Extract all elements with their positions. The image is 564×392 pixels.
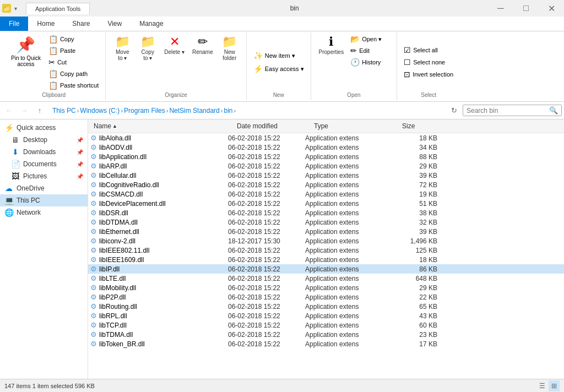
tab-manage[interactable]: Manage (131, 17, 172, 31)
table-row[interactable]: ⚙libRPL.dll 06-02-2018 15:22 Application… (88, 311, 564, 320)
table-row[interactable]: ⚙libMobility.dll 06-02-2018 15:22 Applic… (88, 283, 564, 292)
dll-icon: ⚙ (90, 255, 97, 264)
table-row[interactable]: ⚙libDTDMA.dll 06-02-2018 15:22 Applicati… (88, 217, 564, 227)
new-item-button[interactable]: ✨ New item ▾ (251, 50, 297, 61)
copy-path-button[interactable]: 📋 Copy path (46, 68, 101, 79)
file-name: ⚙libIEEE802.11.dll (90, 246, 228, 254)
dll-icon: ⚙ (90, 340, 97, 348)
col-header-size[interactable]: Size (399, 121, 443, 132)
table-row[interactable]: ⚙libAODV.dll 06-02-2018 15:22 Applicatio… (88, 143, 564, 152)
sidebar-item-thispc[interactable]: 💻 This PC (0, 194, 88, 206)
properties-button[interactable]: ℹ Properties (316, 34, 348, 57)
main-area: ⚡ Quick access 🖥 Desktop 📌 ⬇ Downloads 📌… (0, 119, 564, 379)
table-row[interactable]: ⚙libiconv-2.dll 18-12-2017 15:30 Applica… (88, 236, 564, 246)
table-row[interactable]: ⚙libCognitiveRadio.dll 06-02-2018 15:22 … (88, 180, 564, 189)
delete-button[interactable]: ✕ Delete ▾ (161, 34, 188, 57)
copy-path-label: Copy path (60, 70, 88, 77)
view-buttons: ☰ ⊞ (536, 380, 560, 391)
app-tools-tab: Application Tools (26, 3, 90, 14)
history-button[interactable]: 🕐 History (348, 57, 392, 68)
table-row[interactable]: ⚙libLTE.dll 06-02-2018 15:22 Application… (88, 274, 564, 283)
title-controls: ─ □ ✕ (488, 0, 564, 17)
file-size: 17 KB (393, 340, 437, 348)
sidebar-item-network[interactable]: 🌐 Network (0, 206, 88, 219)
table-row[interactable]: ⚙libIEEE1609.dll 06-02-2018 15:22 Applic… (88, 255, 564, 264)
file-name: ⚙libCSMACD.dll (90, 190, 228, 198)
search-input[interactable] (467, 107, 549, 115)
ribbon-group-open: ℹ Properties 📂 Open ▾ ✏ Edit 🕐 History (311, 32, 398, 100)
move-to-icon: 📁 (115, 36, 130, 48)
tab-home[interactable]: Home (28, 17, 63, 31)
table-row[interactable]: ⚙libP2P.dll 06-02-2018 15:22 Application… (88, 292, 564, 302)
sidebar-item-quickaccess[interactable]: ⚡ Quick access (0, 122, 88, 134)
cut-button[interactable]: ✂ Cut (46, 57, 101, 68)
edit-button[interactable]: ✏ Edit (348, 45, 392, 56)
table-row[interactable]: ⚙libCSMACD.dll 06-02-2018 15:22 Applicat… (88, 189, 564, 199)
file-date: 06-02-2018 15:22 (228, 144, 305, 151)
select-all-button[interactable]: ☑ Select all (402, 45, 446, 56)
forward-button[interactable]: → (18, 104, 31, 117)
breadcrumb-programfiles[interactable]: Program Files (124, 107, 165, 115)
tab-file[interactable]: File (0, 17, 28, 31)
sidebar-item-documents[interactable]: 📄 Documents 📌 (0, 158, 88, 170)
rename-button[interactable]: ✏ Rename (189, 34, 216, 57)
table-row[interactable]: ⚙libDSR.dll 06-02-2018 15:22 Application… (88, 208, 564, 217)
breadcrumb-netsim[interactable]: NetSim Standard (169, 107, 219, 115)
quick-access-toolbar-btn[interactable]: ▾ (12, 4, 19, 13)
table-row[interactable]: ⚙libCellular.dll 06-02-2018 15:22 Applic… (88, 171, 564, 180)
refresh-button[interactable]: ↻ (447, 104, 460, 117)
minimize-button[interactable]: ─ (488, 0, 513, 17)
paste-button[interactable]: 📋 Paste (46, 45, 101, 56)
sidebar-item-desktop[interactable]: 🖥 Desktop 📌 (0, 134, 88, 146)
copy-to-button[interactable]: 📁 Copyto ▾ (135, 34, 160, 63)
table-row[interactable]: ⚙libTCP.dll 06-02-2018 15:22 Application… (88, 320, 564, 330)
file-area: Name ▲ Date modified Type Size ⚙libAloha… (88, 119, 564, 379)
table-row[interactable]: ⚙libRouting.dll 06-02-2018 15:22 Applica… (88, 302, 564, 311)
easy-access-button[interactable]: ⚡ Easy access ▾ (251, 63, 306, 74)
new-folder-button[interactable]: 📁 Newfolder (218, 34, 242, 63)
file-size: 39 KB (393, 172, 437, 179)
open-button[interactable]: 📂 Open ▾ (348, 34, 392, 45)
paste-shortcut-button[interactable]: 📋 Paste shortcut (46, 80, 101, 91)
col-header-type[interactable]: Type (311, 121, 399, 132)
up-button[interactable]: ↑ (33, 104, 46, 117)
breadcrumb-bin[interactable]: bin (224, 107, 232, 115)
breadcrumb-thispc[interactable]: This PC (52, 107, 76, 115)
move-to-button[interactable]: 📁 Moveto ▾ (110, 34, 134, 63)
dll-icon: ⚙ (90, 181, 97, 189)
table-row[interactable]: ⚙libEthernet.dll 06-02-2018 15:22 Applic… (88, 227, 564, 236)
col-header-name[interactable]: Name ▲ (90, 121, 234, 132)
close-button[interactable]: ✕ (539, 0, 564, 17)
table-row[interactable]: ⚙libToken_BR.dll 06-02-2018 15:22 Applic… (88, 339, 564, 349)
table-row[interactable]: ⚙libIP.dll 06-02-2018 15:22 Application … (88, 264, 564, 274)
copy-button[interactable]: 📋 Copy (46, 34, 101, 45)
back-button[interactable]: ← (2, 104, 15, 117)
table-row[interactable]: ⚙libIEEE802.11.dll 06-02-2018 15:22 Appl… (88, 246, 564, 255)
copy-to-icon: 📁 (140, 36, 155, 48)
search-box[interactable]: 🔍 (463, 105, 562, 116)
list-view-button[interactable]: ⊞ (549, 380, 560, 391)
table-row[interactable]: ⚙libARP.dll 06-02-2018 15:22 Application… (88, 161, 564, 171)
tab-share[interactable]: Share (63, 17, 99, 31)
sidebar-item-onedrive[interactable]: ☁ OneDrive (0, 182, 88, 194)
table-row[interactable]: ⚙libDevicePlacement.dll 06-02-2018 15:22… (88, 199, 564, 208)
file-name: ⚙libTDMA.dll (90, 330, 228, 339)
table-row[interactable]: ⚙libApplication.dll 06-02-2018 15:22 App… (88, 152, 564, 161)
details-view-button[interactable]: ☰ (536, 380, 547, 391)
sidebar-item-pictures[interactable]: 🖼 Pictures 📌 (0, 170, 88, 182)
pin-to-quick-access-button[interactable]: 📌 Pin to Quickaccess (7, 34, 45, 69)
sidebar-item-downloads[interactable]: ⬇ Downloads 📌 (0, 146, 88, 158)
breadcrumb[interactable]: This PC › Windows (C:) › Program Files ›… (48, 105, 445, 116)
sidebar-thispc-label: This PC (17, 197, 40, 204)
table-row[interactable]: ⚙libTDMA.dll 06-02-2018 15:22 Applicatio… (88, 330, 564, 339)
breadcrumb-windows[interactable]: Windows (C:) (80, 107, 120, 115)
tab-view[interactable]: View (99, 17, 131, 31)
maximize-button[interactable]: □ (513, 0, 539, 17)
file-date: 06-02-2018 15:22 (228, 265, 305, 273)
open-label: Open ▾ (362, 36, 382, 43)
invert-selection-button[interactable]: ⊡ Invert selection (402, 69, 455, 80)
table-row[interactable]: ⚙libAloha.dll 06-02-2018 15:22 Applicati… (88, 133, 564, 143)
select-none-button[interactable]: ☐ Select none (402, 57, 447, 68)
new-group-label: New (251, 91, 306, 99)
col-header-date[interactable]: Date modified (234, 121, 311, 132)
